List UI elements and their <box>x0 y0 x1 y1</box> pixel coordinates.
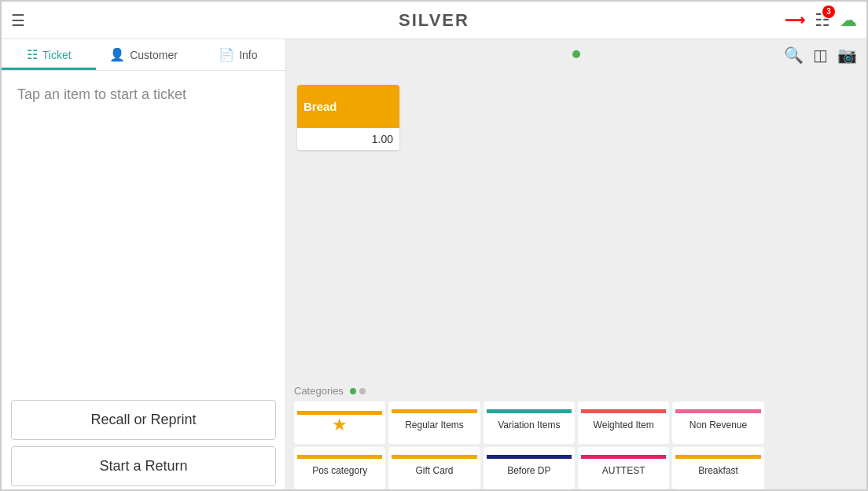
star-icon: ★ <box>332 415 348 435</box>
categories-label: Categories <box>294 385 859 397</box>
online-indicator <box>572 50 580 58</box>
category-favorites[interactable]: ★ <box>294 401 385 444</box>
right-toolbar: 🔍 ◫ 📷 <box>774 39 866 71</box>
category-regular-items[interactable]: Regular Items <box>388 401 480 444</box>
header-left: ☰ <box>11 11 25 30</box>
right-panel: 🔍 ◫ 📷 Bread 1.00 Categories <box>286 39 866 491</box>
cat-dot-2 <box>359 388 366 394</box>
category-before-dp[interactable]: Before DP <box>484 447 575 489</box>
tabs-bar: ☷ Ticket 👤 Customer 📄 Info <box>2 39 285 71</box>
product-card-bread[interactable]: Bread 1.00 <box>297 85 399 150</box>
ticket-tab-icon: ☷ <box>27 47 38 62</box>
arrow-indicator: ⟶ <box>785 12 805 29</box>
tab-info-label: Info <box>239 49 257 61</box>
cat-dot-1 <box>350 388 356 394</box>
cat-label: Non Revenue <box>686 413 750 437</box>
cat-label: Gift Card <box>412 459 456 482</box>
category-auttest[interactable]: AUTTEST <box>578 447 669 489</box>
cloud-icon[interactable]: ☁ <box>840 10 857 31</box>
tab-customer[interactable]: 👤 Customer <box>96 39 190 70</box>
tab-ticket-label: Ticket <box>42 49 72 61</box>
cat-label: Variation Items <box>495 413 563 437</box>
start-return-button[interactable]: Start a Return <box>11 446 276 486</box>
category-row-2: Pos category Gift Card Before DP AUTTEST <box>294 447 859 489</box>
category-weighted-item[interactable]: Weighted Item <box>578 401 669 444</box>
notification-wrapper: ☷ 3 <box>815 10 830 31</box>
empty-ticket-text: Tap an item to start a ticket <box>17 86 186 103</box>
category-non-revenue[interactable]: Non Revenue <box>672 401 763 444</box>
category-row-1: ★ Regular Items Variation Items Weighted… <box>294 401 859 444</box>
ticket-empty-message: Tap an item to start a ticket <box>2 71 285 394</box>
categories-label-text: Categories <box>294 385 344 397</box>
tab-customer-label: Customer <box>130 49 178 61</box>
items-area: Bread 1.00 <box>286 74 866 380</box>
cat-label: Before DP <box>504 459 554 482</box>
cat-label: Regular Items <box>402 413 467 437</box>
category-variation-items[interactable]: Variation Items <box>484 401 575 444</box>
header-right: ⟶ ☷ 3 ☁ <box>785 10 857 31</box>
category-pagination-dots <box>350 388 366 394</box>
product-price: 1.00 <box>297 128 399 150</box>
camera-icon[interactable]: 📷 <box>837 46 857 64</box>
recall-reprint-button[interactable]: Recall or Reprint <box>11 400 276 440</box>
notification-badge: 3 <box>822 5 835 18</box>
cat-label: Breakfast <box>695 459 741 482</box>
categories-section: Categories ★ Regular Items <box>286 380 866 491</box>
hamburger-icon[interactable]: ☰ <box>11 11 25 30</box>
cat-label: Weighted Item <box>590 413 657 437</box>
grid-view-icon[interactable]: ◫ <box>813 46 828 64</box>
app-title: SILVER <box>399 10 469 31</box>
header: ☰ SILVER ⟶ ☷ 3 ☁ <box>2 2 866 39</box>
customer-tab-icon: 👤 <box>109 47 125 62</box>
cat-label: AUTTEST <box>599 459 649 482</box>
main-layout: ☷ Ticket 👤 Customer 📄 Info Tap an item t… <box>2 39 866 491</box>
tab-info[interactable]: 📄 Info <box>191 39 285 70</box>
category-breakfast[interactable]: Breakfast <box>672 447 763 489</box>
left-panel: ☷ Ticket 👤 Customer 📄 Info Tap an item t… <box>2 39 286 491</box>
search-icon[interactable]: 🔍 <box>784 46 804 64</box>
tab-ticket[interactable]: ☷ Ticket <box>2 39 96 70</box>
bottom-buttons: Recall or Reprint Start a Return <box>2 394 285 491</box>
info-tab-icon: 📄 <box>219 47 234 62</box>
category-pos[interactable]: Pos category <box>294 447 385 489</box>
category-gift-card[interactable]: Gift Card <box>388 447 480 489</box>
product-name: Bread <box>297 85 399 128</box>
cat-label: Pos category <box>309 459 370 482</box>
